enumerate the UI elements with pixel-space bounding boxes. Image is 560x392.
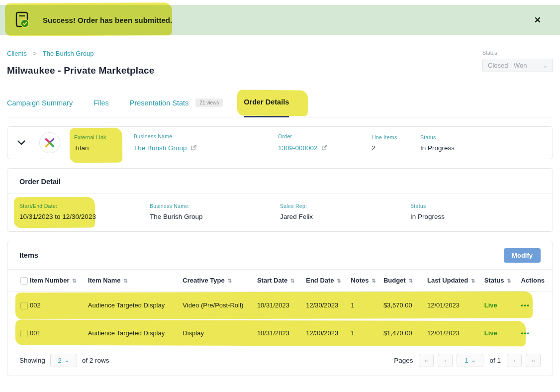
detail-business-name-label: Business Name:: [150, 203, 280, 209]
status-select[interactable]: Closed - Won ⌄: [482, 59, 553, 72]
col-item-number: Item Number⇅: [30, 270, 88, 292]
business-name-link[interactable]: The Burish Group: [134, 144, 197, 152]
field-order-status: Status In Progress: [420, 134, 455, 152]
page-size-select[interactable]: 2 ⌄: [50, 354, 77, 367]
order-number-value: 1309-000002: [278, 144, 318, 152]
order-status-label: Status: [420, 134, 455, 140]
sort-icon[interactable]: ⇅: [124, 278, 128, 284]
col-end-date: End Date⇅: [306, 270, 351, 292]
items-table: Item Number⇅ Item Name⇅ Creative Type⇅ S…: [7, 269, 553, 347]
breadcrumb-clients[interactable]: Clients: [7, 50, 27, 57]
field-external-link: External Link Titan: [74, 134, 134, 152]
topbar: Clients > The Burish Group Milwaukee - P…: [7, 50, 553, 76]
table-header-row: Item Number⇅ Item Name⇅ Creative Type⇅ S…: [7, 270, 553, 292]
cell-last-updated: 12/01/2023: [427, 292, 484, 319]
sales-rep-value: Jared Felix: [280, 213, 410, 220]
tab-order-details[interactable]: Order Details: [244, 98, 289, 117]
col-item-name: Item Name⇅: [88, 270, 183, 292]
cell-start-date: 10/31/2023: [257, 319, 306, 347]
field-order-number: Order 1309-000002: [278, 133, 372, 152]
col-notes: Notes⇅: [351, 270, 383, 292]
tab-campaign-summary[interactable]: Campaign Summary: [7, 99, 73, 117]
sort-icon[interactable]: ⇅: [228, 278, 232, 284]
tab-presentation-stats[interactable]: Presentation Stats 21 views: [130, 99, 223, 117]
row-checkbox[interactable]: [20, 330, 28, 337]
field-business-name: Business Name The Burish Group: [134, 133, 278, 152]
rows-count-label: of 2 rows: [82, 357, 109, 364]
page-of-label: of 1: [489, 357, 501, 364]
collapse-chevron-icon[interactable]: [17, 140, 25, 145]
col-actions: Actions: [521, 270, 553, 292]
external-link-label: External Link: [74, 134, 134, 140]
order-number-label: Order: [278, 133, 372, 139]
breadcrumb-separator: >: [33, 50, 36, 57]
first-page-button[interactable]: «: [419, 354, 434, 367]
business-name-value: The Burish Group: [134, 144, 187, 152]
detail-business-name-value: The Burish Group: [150, 213, 280, 220]
cell-last-updated: 12/01/2023: [427, 319, 484, 347]
cell-end-date: 12/30/2023: [306, 319, 351, 347]
row-actions-menu[interactable]: •••: [521, 329, 530, 337]
cell-notes: 1: [351, 292, 383, 319]
main-content: Clients > The Burish Group Milwaukee - P…: [0, 50, 560, 376]
col-start-date: Start Date⇅: [257, 270, 306, 292]
line-items-value: 2: [372, 144, 420, 152]
detail-status-value: In Progress: [410, 213, 541, 220]
chevron-down-icon: ⌄: [65, 357, 69, 364]
col-status: Status⇅: [484, 270, 521, 292]
page-title: Milwaukee - Private Marketplace: [7, 65, 155, 76]
order-summary-card: External Link Titan Business Name The Bu…: [7, 126, 553, 159]
prev-page-button[interactable]: ‹: [438, 354, 453, 367]
tab-files-label: Files: [93, 99, 109, 107]
sort-icon[interactable]: ⇅: [507, 278, 511, 284]
field-detail-business-name: Business Name: The Burish Group: [150, 203, 280, 220]
cell-creative-type: Video (Pre/Post-Roll): [183, 292, 257, 319]
cell-creative-type: Display: [183, 319, 257, 347]
detail-status-label: Status: [410, 203, 541, 209]
vendor-logo: [39, 132, 60, 153]
breadcrumb-burish-group[interactable]: The Burish Group: [43, 50, 94, 57]
external-link-value: Titan: [74, 144, 134, 152]
highlight-start-end-date: [14, 197, 95, 228]
sort-icon[interactable]: ⇅: [471, 278, 475, 284]
status-dropdown-label: Status: [482, 50, 553, 56]
order-number-link[interactable]: 1309-000002: [278, 144, 328, 152]
cell-status: Live: [484, 319, 521, 347]
start-end-date-label: Start/End Date:: [19, 203, 150, 209]
sort-icon[interactable]: ⇅: [73, 278, 77, 284]
cell-budget: $1,470.00: [383, 319, 427, 347]
tab-order-details-label: Order Details: [244, 98, 289, 106]
col-creative-type: Creative Type⇅: [183, 270, 257, 292]
modify-button[interactable]: Modify: [504, 248, 541, 263]
cell-status: Live: [484, 292, 521, 319]
field-line-items: Line Items 2: [372, 134, 420, 152]
sales-rep-label: Sales Rep:: [280, 203, 410, 209]
items-card: Items Modify Item Number⇅ Item Name⇅ Cre…: [7, 241, 553, 376]
row-checkbox[interactable]: [20, 302, 28, 309]
cell-budget: $3,570.00: [383, 292, 427, 319]
next-page-button[interactable]: ›: [507, 354, 522, 367]
status-select-value: Closed - Won: [488, 62, 527, 69]
order-status-value: In Progress: [420, 144, 455, 152]
sort-icon[interactable]: ⇅: [337, 278, 341, 284]
field-start-end-date: Start/End Date: 10/31/2023 to 12/30/2023: [19, 203, 150, 220]
sort-icon[interactable]: ⇅: [290, 278, 294, 284]
row-actions-menu[interactable]: •••: [521, 301, 530, 309]
select-all-checkbox[interactable]: [20, 277, 28, 285]
tab-files[interactable]: Files: [93, 99, 109, 117]
views-badge: 21 views: [195, 98, 223, 107]
sort-icon[interactable]: ⇅: [409, 278, 413, 284]
external-link-icon: [190, 144, 197, 152]
close-icon[interactable]: ✕: [534, 16, 541, 24]
chevron-down-icon: ⌄: [543, 62, 548, 69]
sort-icon[interactable]: ⇅: [372, 278, 375, 284]
order-detail-title: Order Detail: [7, 169, 553, 194]
col-last-updated: Last Updated⇅: [427, 270, 484, 292]
col-budget: Budget⇅: [383, 270, 427, 292]
items-header: Items Modify: [7, 241, 553, 269]
last-page-button[interactable]: »: [526, 354, 541, 367]
start-end-date-value: 10/31/2023 to 12/30/2023: [19, 213, 150, 220]
table-row: 001 Audience Targeted Display Display 10…: [7, 319, 553, 347]
items-footer: Showing 2 ⌄ of 2 rows Pages « ‹ 1 ⌄ of 1…: [7, 347, 553, 376]
page-select[interactable]: 1 ⌄: [457, 354, 483, 367]
